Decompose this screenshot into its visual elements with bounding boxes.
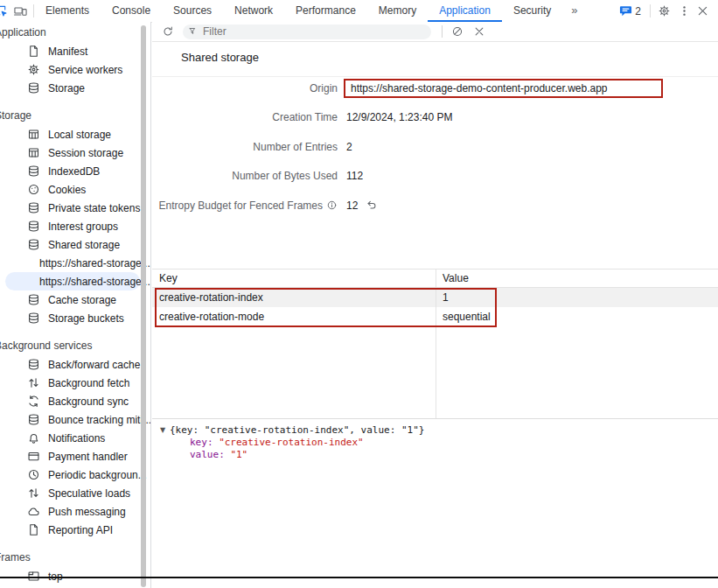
object-property: value: "1": [190, 449, 718, 461]
sidebar-item-label: Bounce tracking miti...: [48, 414, 151, 426]
sidebar-item-local-storage[interactable]: Local storage: [0, 125, 150, 144]
object-properties: key: "creative-rotation-index"value: "1": [160, 437, 718, 461]
property-name: value: [190, 449, 219, 460]
object-preview-summary: {key: "creative-rotation-index", value: …: [170, 424, 424, 437]
column-header-value[interactable]: Value: [436, 272, 718, 284]
toolbar-divider: [442, 25, 443, 38]
console-message-count: 2: [635, 5, 641, 18]
panel-toolbar: [152, 22, 718, 42]
close-devtools-icon[interactable]: [695, 4, 709, 18]
sidebar-item-cookies[interactable]: Cookies: [0, 180, 150, 199]
device-toolbar-icon[interactable]: [13, 4, 27, 18]
field-label: Origin: [310, 82, 338, 94]
sidebar-item-label: Periodic backgroun...: [48, 469, 147, 481]
filter-funnel-icon: [188, 26, 199, 37]
sidebar-item-service-workers[interactable]: Service workers: [0, 60, 150, 79]
column-header-key[interactable]: Key: [152, 272, 436, 284]
settings-gear-icon[interactable]: [657, 4, 671, 18]
sidebar-item-push-messaging[interactable]: Push messaging: [0, 502, 150, 521]
more-tabs-button[interactable]: »: [562, 0, 586, 22]
tab-sources[interactable]: Sources: [162, 0, 223, 22]
field-row-entropy-budget-for-fenced-frames: Entropy Budget for Fenced Frames12: [152, 191, 718, 220]
field-label: Number of Bytes Used: [232, 170, 338, 182]
sidebar-item-back-forward-cache[interactable]: Back/forward cache: [0, 355, 150, 374]
filter-box[interactable]: [183, 24, 431, 39]
sidebar-item-notifications[interactable]: Notifications: [0, 429, 150, 447]
filter-input[interactable]: [203, 25, 426, 38]
field-value-text: 2: [346, 141, 352, 153]
sidebar-item-bounce-tracking-miti[interactable]: Bounce tracking miti...: [0, 410, 150, 429]
document-icon: [27, 523, 40, 536]
object-property: key: "creative-rotation-index": [190, 437, 718, 449]
page-title: Shared storage: [181, 51, 259, 64]
database-icon: [27, 293, 40, 306]
sidebar-item-interest-groups[interactable]: Interest groups: [0, 217, 150, 235]
sidebar-item-periodic-backgroun[interactable]: Periodic backgroun...: [0, 466, 150, 484]
entry-preview-pane: ▼ {key: "creative-rotation-index", value…: [152, 418, 718, 461]
service-worker-icon: [27, 63, 40, 76]
sidebar-item-manifest[interactable]: Manifest: [0, 42, 150, 60]
field-value: 2: [346, 141, 352, 153]
tab-elements[interactable]: Elements: [34, 0, 101, 22]
devtools-tabbar: ElementsConsoleSourcesNetworkPerformance…: [0, 0, 718, 23]
field-value-text: 112: [346, 170, 363, 182]
bell-icon: [27, 431, 40, 444]
devtools-window: ElementsConsoleSourcesNetworkPerformance…: [0, 0, 718, 588]
tab-network[interactable]: Network: [223, 0, 284, 22]
cloud-icon: [27, 505, 40, 518]
property-colon: :: [207, 437, 219, 448]
entries-table: KeyValue creative-rotation-index1creativ…: [152, 269, 718, 418]
sidebar-item-session-storage[interactable]: Session storage: [0, 144, 150, 162]
cell-key: creative-rotation-mode: [152, 311, 436, 323]
sidebar-item-indexeddb[interactable]: IndexedDB: [0, 162, 150, 180]
info-icon[interactable]: [326, 200, 338, 211]
document-icon: [27, 45, 40, 58]
console-messages-icon[interactable]: [618, 4, 632, 18]
reset-budget-icon[interactable]: [366, 200, 378, 212]
sidebar-item-label: https://shared-storage...: [39, 257, 150, 270]
window-bottom-edge: [0, 577, 718, 578]
tab-performance[interactable]: Performance: [284, 0, 367, 22]
arrows-up-down-icon: [27, 486, 40, 500]
sidebar-item-https-shared-storage[interactable]: https://shared-storage...: [5, 272, 140, 290]
database-icon: [27, 312, 40, 325]
refresh-icon[interactable]: [161, 24, 175, 38]
tab-memory[interactable]: Memory: [367, 0, 428, 22]
sidebar-item-https-shared-storage[interactable]: https://shared-storage...: [5, 254, 140, 272]
column-divider[interactable]: [436, 269, 436, 418]
sidebar-item-reporting-api[interactable]: Reporting API: [0, 521, 150, 539]
field-row-number-of-bytes-used: Number of Bytes Used112: [152, 162, 718, 192]
inspect-element-icon[interactable]: [0, 4, 8, 18]
field-row-number-of-entries: Number of Entries2: [152, 132, 718, 162]
tab-security[interactable]: Security: [502, 0, 562, 22]
delete-all-icon[interactable]: [450, 24, 464, 38]
toolbar-divider: [650, 4, 651, 18]
sidebar-item-label: Interest groups: [48, 220, 118, 233]
annotation-box-origin: https://shared-storage-demo-content-prod…: [344, 79, 663, 98]
database-icon: [27, 220, 40, 233]
arrows-up-down-icon: [27, 376, 40, 389]
sidebar-item-cache-storage[interactable]: Cache storage: [0, 290, 150, 309]
sidebar-item-background-sync[interactable]: Background sync: [0, 392, 150, 410]
sidebar-item-label: Payment handler: [48, 451, 128, 463]
sidebar-item-speculative-loads[interactable]: Speculative loads: [0, 484, 150, 502]
sidebar-item-payment-handler[interactable]: Payment handler: [0, 447, 150, 466]
sidebar-item-label: Cache storage: [48, 294, 116, 306]
sidebar-scrollbar[interactable]: [141, 25, 146, 587]
sidebar-item-storage[interactable]: Storage: [0, 79, 150, 97]
sidebar-item-background-fetch[interactable]: Background fetch: [0, 374, 150, 392]
tab-application[interactable]: Application: [428, 0, 502, 22]
sidebar-item-label: Service workers: [48, 64, 122, 76]
expand-triangle-icon[interactable]: ▼: [160, 424, 170, 437]
database-icon: [27, 201, 40, 214]
sidebar-item-label: Cookies: [48, 184, 86, 196]
tab-console[interactable]: Console: [101, 0, 162, 22]
sidebar-section-background-services: Background servicesBack/forward cacheBac…: [0, 337, 150, 539]
sidebar-item-storage-buckets[interactable]: Storage buckets: [0, 309, 150, 327]
field-label: Number of Entries: [253, 141, 338, 153]
sidebar-item-label: Push messaging: [48, 506, 126, 518]
sidebar-item-private-state-tokens[interactable]: Private state tokens: [0, 199, 150, 217]
delete-selected-icon[interactable]: [472, 24, 486, 38]
sidebar-item-shared-storage[interactable]: Shared storage: [0, 235, 150, 254]
kebab-menu-icon[interactable]: [677, 4, 691, 18]
